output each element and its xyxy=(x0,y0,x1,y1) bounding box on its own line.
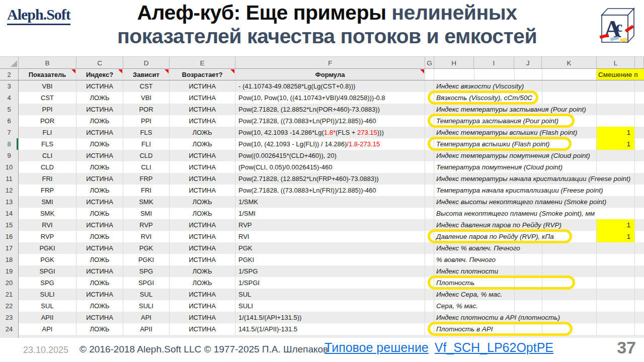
cell-b[interactable]: API xyxy=(19,323,76,335)
cell-c[interactable]: ЛОЖЬ xyxy=(76,185,123,196)
cell-e[interactable]: ИСТИНА xyxy=(170,289,235,300)
column-letter-I[interactable]: I xyxy=(474,57,514,68)
cell-b[interactable]: RVP xyxy=(19,231,76,242)
cell-g[interactable] xyxy=(425,150,434,161)
cell-e[interactable]: ИСТИНА xyxy=(170,173,235,185)
header-cell-e[interactable]: Возрастает? xyxy=(170,69,235,80)
cell-g[interactable] xyxy=(425,265,434,277)
cell-formula[interactable]: Pow(10, Pow(10, ((41.10743+VBI)/49.08258… xyxy=(235,92,425,104)
cell-l[interactable] xyxy=(597,208,635,219)
cell-b[interactable]: SMI xyxy=(19,196,76,208)
cell-b[interactable]: SMK xyxy=(19,208,76,219)
column-letter-B[interactable]: B xyxy=(19,57,76,68)
cell-c[interactable]: ИСТИНА xyxy=(76,104,123,115)
cell-e[interactable]: ИСТИНА xyxy=(170,231,235,242)
cell-m[interactable] xyxy=(635,161,644,173)
cell-formula[interactable]: Pow(10, (42.1093 - Lg(FLI)) / 14.286)/1.… xyxy=(235,138,425,150)
cell-d[interactable]: CLD xyxy=(123,150,170,161)
cell-c[interactable]: ИСТИНА xyxy=(76,127,123,138)
cell-c[interactable]: ИСТИНА xyxy=(76,242,123,254)
column-letter-D[interactable]: D xyxy=(123,57,170,68)
cell-description[interactable]: Температура помутнения (Cloud point) xyxy=(434,161,597,173)
row-number[interactable]: 5 xyxy=(0,104,19,115)
cell-m[interactable] xyxy=(635,104,644,115)
row-number[interactable]: 20 xyxy=(0,277,19,289)
cell-description[interactable]: Индекс температуры вспышки (Flash point) xyxy=(434,127,597,138)
cell-b[interactable]: PGKI xyxy=(19,242,76,254)
cell-m[interactable] xyxy=(635,277,644,289)
cell-formula[interactable]: 1/SPG xyxy=(235,265,425,277)
cell-d[interactable]: FLI xyxy=(123,138,170,150)
cell-b[interactable]: CST xyxy=(19,92,76,104)
cell-c[interactable]: ИСТИНА xyxy=(76,150,123,161)
row-number[interactable]: 14 xyxy=(0,208,19,219)
cell-g[interactable] xyxy=(425,231,434,242)
row-number[interactable]: 8 xyxy=(0,138,19,150)
cell-description[interactable]: Индекс % вовлеч. Печного xyxy=(434,242,597,254)
cell-c[interactable]: ИСТИНА xyxy=(76,265,123,277)
row-number[interactable]: 22 xyxy=(0,300,19,312)
cell-c[interactable]: ИСТИНА xyxy=(76,219,123,231)
cell-d[interactable]: FLS xyxy=(123,127,170,138)
cell-e[interactable]: ЛОЖЬ xyxy=(170,196,235,208)
cell-c[interactable]: ИСТИНА xyxy=(76,80,123,92)
cell-g[interactable] xyxy=(425,127,434,138)
link-typovoe-reshenie[interactable]: Типовое решение xyxy=(325,340,429,354)
cell-formula[interactable]: PGK xyxy=(235,242,425,254)
row-number[interactable]: 24 xyxy=(0,323,19,335)
cell-b[interactable]: PPI xyxy=(19,104,76,115)
cell-description[interactable]: Высота некоптящего пламени (Smoke point)… xyxy=(434,208,597,219)
cell-c[interactable]: ЛОЖЬ xyxy=(76,300,123,312)
cell-g[interactable] xyxy=(425,196,434,208)
cell-m[interactable] xyxy=(635,265,644,277)
cell-d[interactable]: FRP xyxy=(123,173,170,185)
cell-formula[interactable]: 1/SMI xyxy=(235,208,425,219)
cell-b[interactable]: POR xyxy=(19,115,76,127)
cell-g[interactable] xyxy=(425,289,434,300)
cell-m[interactable] xyxy=(635,323,644,335)
cell-d[interactable]: PPI xyxy=(123,115,170,127)
cell-b[interactable]: FRP xyxy=(19,185,76,196)
cell-d[interactable]: PGKI xyxy=(123,254,170,265)
cell-d[interactable]: SUL xyxy=(123,289,170,300)
cell-l[interactable] xyxy=(597,115,635,127)
cell-description[interactable]: Индекс температуры помутнения (Cloud poi… xyxy=(434,150,597,161)
cell-description[interactable]: Температура вспышки (Flash point) xyxy=(434,138,597,150)
cell-e[interactable]: ИСТИНА xyxy=(170,254,235,265)
cell-formula[interactable]: 1/(141.5/(API+131.5)) xyxy=(235,312,425,323)
column-letter-K[interactable]: K xyxy=(542,57,597,68)
row-number[interactable]: 16 xyxy=(0,231,19,242)
cell-formula[interactable]: RVI xyxy=(235,231,425,242)
cell-c[interactable]: ИСТИНА xyxy=(76,196,123,208)
header-desc-area[interactable] xyxy=(434,69,597,80)
cell-c[interactable]: ЛОЖЬ xyxy=(76,138,123,150)
cell-e[interactable]: ИСТИНА xyxy=(170,219,235,231)
row-number[interactable]: 6 xyxy=(0,115,19,127)
row-number[interactable]: 11 xyxy=(0,173,19,185)
cell-c[interactable]: ЛОЖЬ xyxy=(76,277,123,289)
cell-l[interactable]: 1 xyxy=(597,231,635,242)
cell-d[interactable]: API xyxy=(123,312,170,323)
cell-formula[interactable]: PGKI xyxy=(235,254,425,265)
cell-m[interactable] xyxy=(635,92,644,104)
cell-d[interactable]: SULI xyxy=(123,300,170,312)
row-number[interactable]: 4 xyxy=(0,92,19,104)
cell-m[interactable] xyxy=(635,208,644,219)
cell-g[interactable] xyxy=(425,277,434,289)
cell-m[interactable] xyxy=(635,127,644,138)
cell-e[interactable]: ИСТИНА xyxy=(170,80,235,92)
cell-d[interactable]: SMK xyxy=(123,196,170,208)
cell-e[interactable]: ИСТИНА xyxy=(170,185,235,196)
cell-description[interactable]: Индекс вязкости (Viscosity) xyxy=(434,80,597,92)
cell-c[interactable]: ИСТИНА xyxy=(76,289,123,300)
cell-g[interactable] xyxy=(425,115,434,127)
cell-e[interactable]: ЛОЖЬ xyxy=(170,208,235,219)
cell-g[interactable] xyxy=(425,104,434,115)
row-number[interactable]: 10 xyxy=(0,161,19,173)
cell-e[interactable]: ЛОЖЬ xyxy=(170,265,235,277)
cell-l[interactable] xyxy=(597,323,635,335)
header-cell-c[interactable]: Индекс? xyxy=(76,69,123,80)
cell-g[interactable] xyxy=(425,185,434,196)
cell-b[interactable]: FRI xyxy=(19,173,76,185)
header-cell-l[interactable]: Смешение п xyxy=(597,69,644,80)
